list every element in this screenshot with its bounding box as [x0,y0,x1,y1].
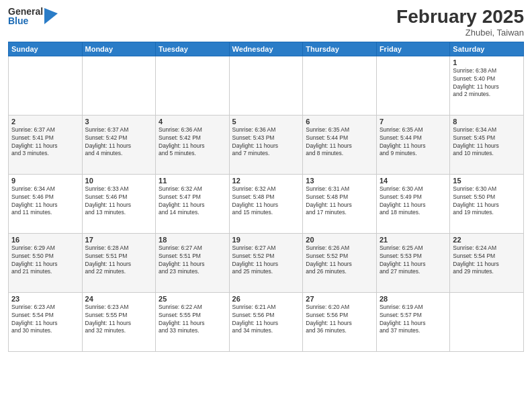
logo-blue: Blue [8,16,43,26]
day-info: Sunrise: 6:28 AM Sunset: 5:51 PM Dayligh… [85,244,153,277]
svg-marker-0 [44,8,58,24]
day-info: Sunrise: 6:35 AM Sunset: 5:44 PM Dayligh… [380,126,447,158]
day-info: Sunrise: 6:38 AM Sunset: 5:40 PM Dayligh… [453,67,521,99]
col-wednesday: Wednesday [229,42,303,56]
day-number: 7 [380,118,447,126]
day-info: Sunrise: 6:19 AM Sunset: 5:57 PM Dayligh… [380,304,447,336]
table-row: 6Sunrise: 6:35 AM Sunset: 5:44 PM Daylig… [303,115,377,174]
day-number: 11 [159,177,226,185]
table-row: 20Sunrise: 6:26 AM Sunset: 5:52 PM Dayli… [303,233,377,292]
day-number: 27 [306,295,373,303]
table-row: 13Sunrise: 6:31 AM Sunset: 5:48 PM Dayli… [303,174,377,233]
day-number: 23 [11,295,79,303]
table-row: 18Sunrise: 6:27 AM Sunset: 5:51 PM Dayli… [156,233,230,292]
table-row: 19Sunrise: 6:27 AM Sunset: 5:52 PM Dayli… [229,233,303,292]
day-number: 5 [232,118,300,126]
table-row [376,56,449,115]
table-row: 12Sunrise: 6:32 AM Sunset: 5:48 PM Dayli… [229,174,303,233]
table-row [82,56,156,115]
table-row: 22Sunrise: 6:24 AM Sunset: 5:54 PM Dayli… [450,233,524,292]
day-number: 19 [232,236,300,244]
col-monday: Monday [82,42,156,56]
day-info: Sunrise: 6:27 AM Sunset: 5:52 PM Dayligh… [232,244,300,277]
day-number: 3 [85,118,153,126]
col-saturday: Saturday [450,42,524,56]
table-row: 14Sunrise: 6:30 AM Sunset: 5:49 PM Dayli… [376,174,449,233]
table-row: 10Sunrise: 6:33 AM Sunset: 5:46 PM Dayli… [82,174,156,233]
logo-text: General Blue [8,7,43,26]
day-number: 15 [453,177,521,185]
day-info: Sunrise: 6:37 AM Sunset: 5:42 PM Dayligh… [85,126,153,158]
col-sunday: Sunday [9,42,83,56]
day-info: Sunrise: 6:27 AM Sunset: 5:51 PM Dayligh… [159,244,226,277]
table-row: 11Sunrise: 6:32 AM Sunset: 5:47 PM Dayli… [156,174,230,233]
week-row-5: 23Sunrise: 6:23 AM Sunset: 5:54 PM Dayli… [9,292,524,351]
day-info: Sunrise: 6:29 AM Sunset: 5:50 PM Dayligh… [11,244,79,277]
table-row: 16Sunrise: 6:29 AM Sunset: 5:50 PM Dayli… [9,233,83,292]
table-row: 25Sunrise: 6:22 AM Sunset: 5:55 PM Dayli… [156,292,230,351]
table-row: 3Sunrise: 6:37 AM Sunset: 5:42 PM Daylig… [82,115,156,174]
title-block: February 2025 Zhubei, Taiwan [396,7,524,38]
table-row: 28Sunrise: 6:19 AM Sunset: 5:57 PM Dayli… [376,292,449,351]
table-row [9,56,83,115]
day-info: Sunrise: 6:23 AM Sunset: 5:55 PM Dayligh… [85,304,153,336]
week-row-1: 1Sunrise: 6:38 AM Sunset: 5:40 PM Daylig… [9,56,524,115]
location: Zhubei, Taiwan [396,28,524,38]
day-number: 2 [11,118,79,126]
day-number: 20 [306,236,373,244]
day-number: 16 [11,236,79,244]
day-info: Sunrise: 6:36 AM Sunset: 5:42 PM Dayligh… [159,126,226,158]
day-info: Sunrise: 6:26 AM Sunset: 5:52 PM Dayligh… [306,244,373,277]
day-number: 6 [306,118,373,126]
logo-general: General [8,7,43,16]
day-number: 21 [380,236,447,244]
day-info: Sunrise: 6:32 AM Sunset: 5:47 PM Dayligh… [159,185,226,218]
day-number: 26 [232,295,300,303]
table-row: 4Sunrise: 6:36 AM Sunset: 5:42 PM Daylig… [156,115,230,174]
table-row: 7Sunrise: 6:35 AM Sunset: 5:44 PM Daylig… [376,115,449,174]
day-info: Sunrise: 6:34 AM Sunset: 5:46 PM Dayligh… [11,185,79,218]
day-info: Sunrise: 6:24 AM Sunset: 5:54 PM Dayligh… [453,244,521,277]
page: General Blue February 2025 Zhubei, Taiwa… [0,0,532,411]
month-title: February 2025 [396,7,524,28]
table-row: 21Sunrise: 6:25 AM Sunset: 5:53 PM Dayli… [376,233,449,292]
table-row: 23Sunrise: 6:23 AM Sunset: 5:54 PM Dayli… [9,292,83,351]
day-number: 22 [453,236,521,244]
day-number: 9 [11,177,79,185]
day-number: 17 [85,236,153,244]
day-number: 18 [159,236,226,244]
week-row-3: 9Sunrise: 6:34 AM Sunset: 5:46 PM Daylig… [9,174,524,233]
day-info: Sunrise: 6:23 AM Sunset: 5:54 PM Dayligh… [11,304,79,336]
day-info: Sunrise: 6:30 AM Sunset: 5:49 PM Dayligh… [380,185,447,218]
day-number: 12 [232,177,300,185]
day-number: 14 [380,177,447,185]
day-info: Sunrise: 6:36 AM Sunset: 5:43 PM Dayligh… [232,126,300,158]
table-row: 24Sunrise: 6:23 AM Sunset: 5:55 PM Dayli… [82,292,156,351]
day-number: 25 [159,295,226,303]
table-row: 27Sunrise: 6:20 AM Sunset: 5:56 PM Dayli… [303,292,377,351]
col-tuesday: Tuesday [156,42,230,56]
day-info: Sunrise: 6:34 AM Sunset: 5:45 PM Dayligh… [453,126,521,158]
table-row: 26Sunrise: 6:21 AM Sunset: 5:56 PM Dayli… [229,292,303,351]
table-row: 17Sunrise: 6:28 AM Sunset: 5:51 PM Dayli… [82,233,156,292]
day-info: Sunrise: 6:25 AM Sunset: 5:53 PM Dayligh… [380,244,447,277]
logo: General Blue [8,7,58,26]
day-info: Sunrise: 6:32 AM Sunset: 5:48 PM Dayligh… [232,185,300,218]
day-number: 4 [159,118,226,126]
week-row-4: 16Sunrise: 6:29 AM Sunset: 5:50 PM Dayli… [9,233,524,292]
logo-icon [44,8,58,24]
table-row: 5Sunrise: 6:36 AM Sunset: 5:43 PM Daylig… [229,115,303,174]
day-number: 10 [85,177,153,185]
table-row [450,292,524,351]
table-row: 8Sunrise: 6:34 AM Sunset: 5:45 PM Daylig… [450,115,524,174]
day-info: Sunrise: 6:22 AM Sunset: 5:55 PM Dayligh… [159,304,226,336]
day-info: Sunrise: 6:35 AM Sunset: 5:44 PM Dayligh… [306,126,373,158]
day-info: Sunrise: 6:30 AM Sunset: 5:50 PM Dayligh… [453,185,521,218]
header: General Blue February 2025 Zhubei, Taiwa… [8,7,524,38]
table-row [229,56,303,115]
day-number: 28 [380,295,447,303]
table-row: 15Sunrise: 6:30 AM Sunset: 5:50 PM Dayli… [450,174,524,233]
day-info: Sunrise: 6:37 AM Sunset: 5:41 PM Dayligh… [11,126,79,158]
col-friday: Friday [376,42,449,56]
table-row: 1Sunrise: 6:38 AM Sunset: 5:40 PM Daylig… [450,56,524,115]
